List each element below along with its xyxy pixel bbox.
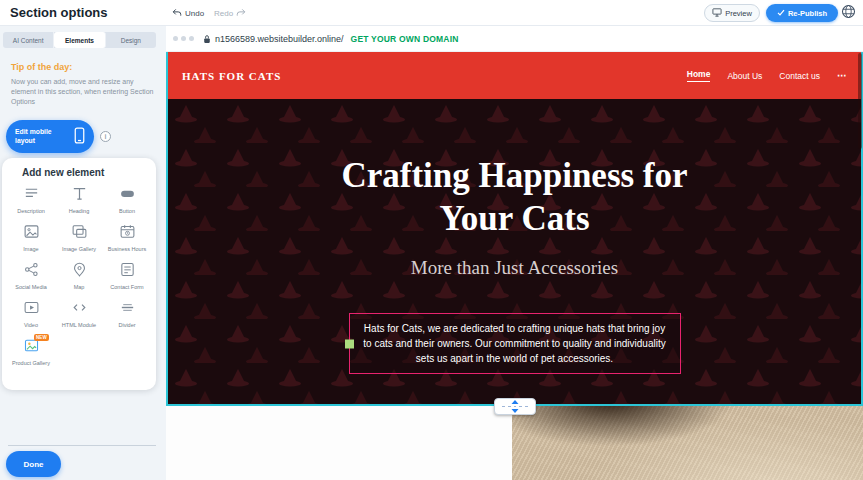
tip-body: Now you can add, move and resize any ele…	[11, 77, 156, 106]
tab-ai-content[interactable]: AI Content	[3, 32, 54, 48]
button-icon	[119, 185, 136, 206]
lock-icon	[203, 34, 211, 44]
stage: n1566589.websitebuilder.online/ GET YOUR…	[166, 26, 863, 480]
tab-design[interactable]: Design	[106, 32, 156, 48]
image-icon	[23, 223, 40, 244]
redo-icon	[236, 8, 246, 19]
sidebar-tabs: AI Content Elements Design	[3, 32, 156, 48]
site-header: HATS FOR CATS Home About Us Contact us ⋯	[166, 52, 863, 99]
window-dot-icon	[189, 36, 194, 41]
hero-paragraph-box[interactable]: Hats for Cats, we are dedicated to craft…	[349, 313, 681, 374]
site-nav: Home About Us Contact us ⋯	[687, 69, 847, 82]
site-logo[interactable]: HATS FOR CATS	[182, 70, 281, 82]
heading-icon	[71, 185, 88, 206]
nav-more-icon[interactable]: ⋯	[837, 70, 847, 81]
tab-elements[interactable]: Elements	[54, 32, 105, 48]
done-button[interactable]: Done	[6, 451, 61, 477]
topbar: Section options Undo Redo Preview Re-Pub…	[0, 0, 863, 26]
cat-on-carpet-image[interactable]	[512, 406, 863, 480]
edit-mobile-layout-button[interactable]: Edit mobile layout	[6, 120, 94, 153]
social-media-icon	[23, 261, 40, 282]
description-icon	[23, 185, 40, 206]
map-icon	[71, 261, 88, 282]
preview-button[interactable]: Preview	[704, 4, 760, 22]
site-url: n1566589.websitebuilder.online/	[215, 34, 344, 44]
element-item-contact-form[interactable]: Contact Form	[103, 261, 151, 295]
element-item-description[interactable]: Description	[7, 185, 55, 219]
next-section	[166, 406, 863, 480]
window-dot-icon	[181, 36, 186, 41]
redo-button[interactable]: Redo	[214, 4, 246, 22]
element-item-social-media[interactable]: Social Media	[7, 261, 55, 295]
image-gallery-icon	[71, 223, 88, 244]
get-own-domain-link[interactable]: GET YOUR OWN DOMAIN	[351, 34, 459, 44]
app: Section options Undo Redo Preview Re-Pub…	[0, 0, 863, 480]
html-module-icon	[71, 299, 88, 320]
undo-label: Undo	[185, 9, 204, 18]
hero-section: Crafting Happiness for Your Cats More th…	[166, 99, 863, 406]
page-title: Section options	[10, 5, 108, 20]
smartphone-icon	[74, 127, 85, 147]
business-hours-icon	[119, 223, 136, 244]
hero-paragraph: Hats for Cats, we are dedicated to craft…	[360, 321, 670, 366]
sidebar-divider	[8, 445, 156, 446]
video-icon	[23, 299, 40, 320]
element-item-heading[interactable]: Heading	[55, 185, 103, 219]
preview-label: Preview	[725, 9, 752, 18]
hero-subheading[interactable]: More than Just Accessories	[411, 257, 618, 279]
element-item-map[interactable]: Map	[55, 261, 103, 295]
sidebar: AI Content Elements Design Tip of the da…	[0, 26, 166, 480]
scrollbar-thumb[interactable]	[858, 53, 862, 149]
divider-icon	[119, 299, 136, 320]
element-item-business-hours[interactable]: Business Hours	[103, 223, 151, 257]
element-item-button[interactable]: Button	[103, 185, 151, 219]
element-item-image[interactable]: Image	[7, 223, 55, 257]
republish-label: Re-Publish	[788, 9, 827, 18]
nav-contact-us[interactable]: Contact us	[779, 71, 820, 81]
new-badge: NEW	[34, 334, 49, 341]
section-resize-handle[interactable]	[494, 398, 536, 415]
window-dot-icon	[173, 36, 178, 41]
undo-button[interactable]: Undo	[172, 4, 204, 22]
language-globe-button[interactable]	[841, 5, 857, 21]
undo-icon	[172, 8, 182, 19]
add-panel-title: Add new element	[22, 167, 104, 178]
browser-bar: n1566589.websitebuilder.online/ GET YOUR…	[166, 26, 863, 52]
check-icon	[777, 9, 785, 18]
monitor-icon	[712, 8, 722, 19]
element-item-html-module[interactable]: HTML Module	[55, 299, 103, 333]
nav-about-us[interactable]: About Us	[727, 71, 762, 81]
nav-home[interactable]: Home	[687, 69, 711, 82]
element-item-product-gallery[interactable]: NEW Product Gallery	[7, 337, 55, 371]
contact-form-icon	[119, 261, 136, 282]
hero-heading[interactable]: Crafting Happiness for Your Cats	[315, 155, 715, 240]
element-item-video[interactable]: Video	[7, 299, 55, 333]
element-item-image-gallery[interactable]: Image Gallery	[55, 223, 103, 257]
site-preview-section: HATS FOR CATS Home About Us Contact us ⋯	[166, 52, 863, 406]
tip-of-the-day: Tip of the day: Now you can add, move an…	[11, 62, 156, 106]
globe-icon	[841, 4, 856, 22]
tip-title: Tip of the day:	[11, 62, 156, 72]
element-drag-handle[interactable]	[345, 339, 354, 348]
resize-arrows-icon	[498, 400, 532, 413]
element-item-divider[interactable]: Divider	[103, 299, 151, 333]
redo-label: Redo	[214, 9, 233, 18]
add-element-panel: Add new element Description Heading Butt…	[2, 158, 156, 390]
info-icon[interactable]: i	[100, 131, 111, 142]
element-grid: Description Heading Button Image Image G…	[7, 185, 151, 371]
republish-button[interactable]: Re-Publish	[766, 4, 838, 22]
edit-mobile-layout-label: Edit mobile layout	[15, 128, 68, 144]
